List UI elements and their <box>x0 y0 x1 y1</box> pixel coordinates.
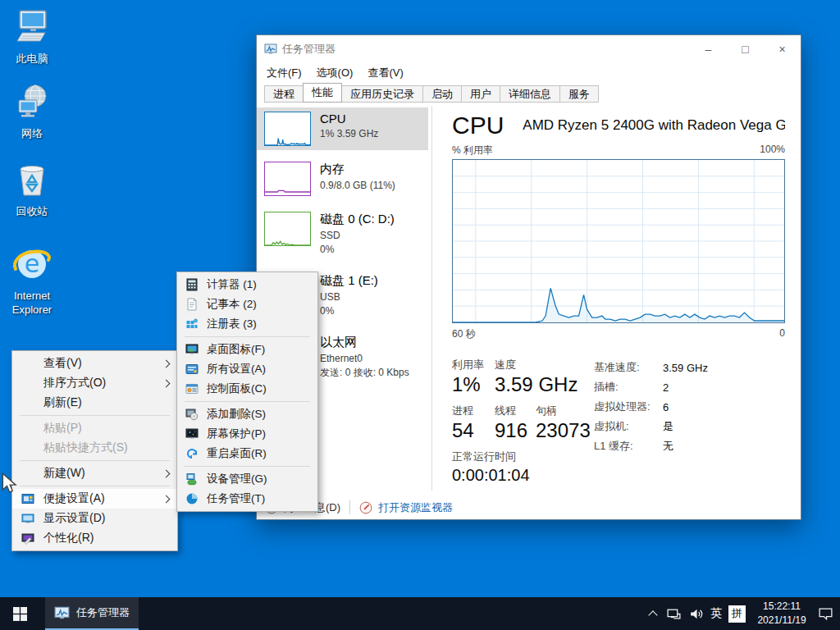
virtual-processors-label: 虚拟处理器: <box>594 399 663 414</box>
task-manager-icon <box>54 605 70 621</box>
tab-performance[interactable]: 性能 <box>303 83 342 103</box>
taskbar: 任务管理器 英 拼 15:22:11 2021/11/19 <box>0 597 840 630</box>
sidebar-item-cpu[interactable]: CPU 1% 3.59 GHz <box>257 107 428 150</box>
title-bar[interactable]: 任务管理器 – □ × <box>257 35 801 62</box>
sidebar-ethernet-traffic: 发送: 0 接收: 0 Kbps <box>320 366 409 380</box>
resource-monitor-icon <box>359 501 372 514</box>
submenu-item-task-manager[interactable]: 任务管理(T) <box>177 489 317 509</box>
tab-startup[interactable]: 启动 <box>422 85 462 103</box>
tab-services[interactable]: 服务 <box>559 85 599 103</box>
menu-separator <box>185 466 310 467</box>
desktop-icon-label: 此电脑 <box>0 52 64 66</box>
context-item-new[interactable]: 新建(W) <box>12 463 177 483</box>
submenu-item-device-manager[interactable]: 设备管理(G) <box>177 469 317 489</box>
submenu-item-label: 重启桌面(R) <box>207 446 317 461</box>
submenu-item-restart-desktop[interactable]: 重启桌面(R) <box>177 444 317 463</box>
base-speed-value: 3.59 GHz <box>663 362 708 374</box>
context-item-label: 显示设置(D) <box>43 511 177 526</box>
menu-separator <box>20 415 170 416</box>
l1-cache-value: 无 <box>663 439 673 454</box>
submenu-item-label: 计算器 (1) <box>207 277 317 292</box>
screensaver-icon <box>185 427 199 441</box>
processes-value: 54 <box>452 419 495 442</box>
panel-title: CPU <box>452 112 504 139</box>
desktop-icon-this-pc[interactable]: 此电脑 <box>0 8 64 66</box>
submenu-item-label: 控制面板(C) <box>207 381 317 396</box>
sidebar-ethernet-title: 以太网 <box>320 335 409 350</box>
virtual-processors-value: 6 <box>663 401 669 413</box>
action-center-icon[interactable] <box>818 606 833 622</box>
context-item-label: 刷新(E) <box>43 395 177 410</box>
tab-processes[interactable]: 进程 <box>264 85 304 103</box>
minimize-button[interactable]: – <box>690 35 727 62</box>
tab-users[interactable]: 用户 <box>461 85 500 103</box>
sidebar-item-memory[interactable]: 内存 0.9/8.0 GB (11%) <box>257 158 428 200</box>
this-pc-icon <box>12 8 52 48</box>
submenu-item-desktop-icons[interactable]: 桌面图标(F) <box>177 340 317 359</box>
notepad-icon <box>185 298 199 311</box>
sidebar-item-disk0[interactable]: 磁盘 0 (C: D:) SSD 0% <box>257 208 428 262</box>
context-item-quick-settings[interactable]: 便捷设置(A) <box>12 489 177 509</box>
submenu-item-label: 添加删除(S) <box>207 407 317 422</box>
calculator-icon <box>185 278 199 291</box>
submenu-item-notepad[interactable]: 记事本 (2) <box>177 294 317 314</box>
window-title: 任务管理器 <box>282 42 690 57</box>
desktop-context-menu: 查看(V) 排序方式(O) 刷新(E) 粘贴(P) 粘贴快捷方式(S) 新建(W… <box>11 350 178 551</box>
close-button[interactable]: × <box>764 35 801 62</box>
threads-label: 线程 <box>495 404 536 418</box>
speed-label: 速度 <box>495 358 578 372</box>
desktop-icon-internet-explorer[interactable]: e Internet Explorer <box>0 242 64 317</box>
desktop-icon-network[interactable]: 网络 <box>0 83 64 141</box>
ime-mode-indicator[interactable]: 拼 <box>728 605 746 623</box>
menu-view[interactable]: 查看(V) <box>360 62 410 83</box>
volume-icon[interactable] <box>688 606 704 622</box>
sidebar-disk0-title: 磁盘 0 (C: D:) <box>320 212 395 227</box>
memory-mini-chart <box>264 162 311 196</box>
desktop-icons-icon <box>185 343 199 356</box>
context-item-label: 便捷设置(A) <box>43 491 163 506</box>
submenu-item-control-panel[interactable]: 控制面板(C) <box>177 379 317 399</box>
submenu-item-registry[interactable]: 注册表 (3) <box>177 314 317 334</box>
maximize-button[interactable]: □ <box>727 35 764 62</box>
tray-chevron-up-icon[interactable] <box>648 610 657 619</box>
add-remove-programs-icon <box>185 408 199 421</box>
context-item-display-settings[interactable]: 显示设置(D) <box>12 509 177 528</box>
context-item-personalize[interactable]: 个性化(R) <box>12 528 177 548</box>
submenu-item-calculator[interactable]: 计算器 (1) <box>177 275 317 294</box>
speed-value: 3.59 GHz <box>495 373 578 396</box>
quick-settings-icon <box>21 492 34 505</box>
cpu-history-chart[interactable] <box>452 159 785 323</box>
network-tray-icon[interactable] <box>666 606 682 622</box>
desktop-icon-recycle-bin[interactable]: 回收站 <box>0 161 64 219</box>
context-item-view[interactable]: 查看(V) <box>12 354 177 373</box>
submenu-item-add-remove[interactable]: 添加删除(S) <box>177 404 317 424</box>
desktop-icon-label: 网络 <box>0 127 64 141</box>
sockets-label: 插槽: <box>594 380 663 395</box>
context-item-refresh[interactable]: 刷新(E) <box>12 393 177 413</box>
tab-details[interactable]: 详细信息 <box>500 85 560 103</box>
submenu-item-all-settings[interactable]: 所有设置(A) <box>177 359 317 379</box>
taskbar-button-task-manager[interactable]: 任务管理器 <box>45 597 139 630</box>
sidebar-disk1-usage: 0% <box>320 304 378 318</box>
submenu-item-screensaver[interactable]: 屏幕保护(P) <box>177 424 317 444</box>
chevron-right-icon <box>162 359 171 368</box>
tab-app-history[interactable]: 应用历史记录 <box>341 85 423 103</box>
all-settings-icon <box>185 363 199 376</box>
desktop-icon-label: 回收站 <box>0 205 64 219</box>
system-tray: 英 拼 15:22:11 2021/11/19 <box>646 597 840 630</box>
menu-file[interactable]: 文件(F) <box>259 62 309 83</box>
disk0-mini-chart <box>264 212 311 246</box>
taskbar-clock[interactable]: 15:22:11 2021/11/19 <box>752 600 811 628</box>
sidebar-disk0-usage: 0% <box>320 243 395 257</box>
uptime-label: 正常运行时间 <box>452 450 594 464</box>
context-item-paste: 粘贴(P) <box>12 418 177 438</box>
context-item-sort-by[interactable]: 排序方式(O) <box>12 373 177 393</box>
base-speed-label: 基准速度: <box>594 360 663 375</box>
sockets-value: 2 <box>663 381 669 394</box>
desktop-background[interactable]: 此电脑 网络 回收站 e Internet Explorer <box>0 0 840 630</box>
ime-language-indicator[interactable]: 英 <box>710 606 722 621</box>
menu-options[interactable]: 选项(O) <box>309 62 361 83</box>
start-button[interactable] <box>0 597 39 630</box>
open-resource-monitor-link[interactable]: 打开资源监视器 <box>378 500 453 515</box>
context-item-label: 新建(W) <box>43 466 163 481</box>
